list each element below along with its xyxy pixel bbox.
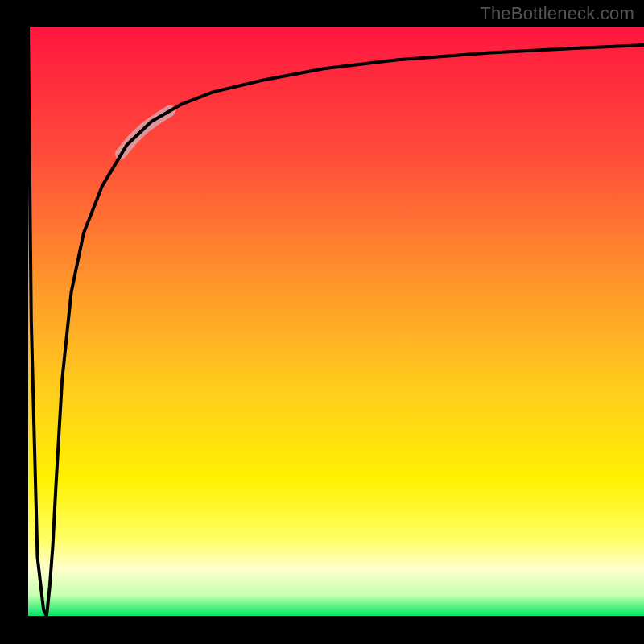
frame-left [0,0,28,644]
chart-svg [0,0,644,644]
frame-top [0,0,644,27]
chart-stage: TheBottleneck.com [0,0,644,644]
plot-background [28,27,644,616]
frame-bottom [0,616,644,644]
